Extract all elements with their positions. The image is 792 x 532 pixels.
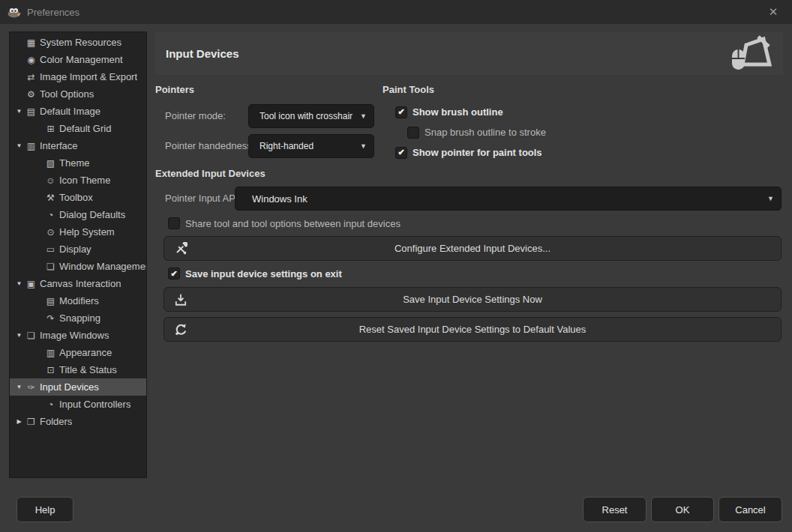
close-icon[interactable]: ✕ xyxy=(762,0,784,24)
sidebar-item-modifiers[interactable]: ▤Modifiers xyxy=(10,292,146,309)
chevron-down-icon: ▼ xyxy=(360,112,367,120)
show-pointer-for-paint-tools-checkbox[interactable]: ✔ xyxy=(395,147,407,159)
sidebar-item-snapping[interactable]: ↷Snapping xyxy=(10,309,146,327)
configure-extended-input-devices-label: Configure Extended Input Devices... xyxy=(394,243,550,254)
reset-button[interactable]: Reset xyxy=(583,497,646,522)
snap-brush-outline-to-stroke-checkbox[interactable] xyxy=(407,127,419,139)
cancel-button[interactable]: Cancel xyxy=(718,497,782,522)
sidebar-item-dialog-defaults[interactable]: ◔Dialog Defaults xyxy=(10,206,146,223)
chevron-down-icon: ▼ xyxy=(360,142,367,150)
toolbox-icon: ⚒ xyxy=(44,193,57,203)
snapping-icon: ↷ xyxy=(44,313,57,324)
sidebar-item-label: Display xyxy=(59,244,92,255)
sidebar-item-default-grid[interactable]: ⊞Default Grid xyxy=(10,120,146,137)
window-title: Preferences xyxy=(27,7,80,18)
sidebar-item-canvas-interaction[interactable]: ▼▣Canvas Interaction xyxy=(10,275,146,292)
save-settings-on-exit-row: ✔ Save input device settings on exit xyxy=(168,267,342,279)
expander-down-icon[interactable]: ▼ xyxy=(14,142,25,149)
pointer-mode-dropdown[interactable]: Tool icon with crosshair ▼ xyxy=(248,104,374,128)
save-settings-on-exit-checkbox[interactable]: ✔ xyxy=(168,267,180,279)
sidebar-item-folders[interactable]: ▶❒Folders xyxy=(10,413,146,430)
sidebar-item-label: Title & Status xyxy=(59,364,117,375)
sidebar-item-label: Image Import & Export xyxy=(40,71,137,82)
sidebar-tree: ▦System Resources◉Color Management⇄Image… xyxy=(9,31,147,478)
expander-right-icon[interactable]: ▶ xyxy=(14,418,25,425)
sidebar-item-image-import-export[interactable]: ⇄Image Import & Export xyxy=(10,68,146,85)
ok-button[interactable]: OK xyxy=(651,497,714,522)
expander-down-icon[interactable]: ▼ xyxy=(14,384,25,390)
chevron-down-icon: ▼ xyxy=(767,195,774,202)
theme-icon: ▧ xyxy=(44,158,57,169)
pointers-section-title: Pointers xyxy=(155,84,194,95)
expander-down-icon[interactable]: ▼ xyxy=(14,280,25,287)
page-header: Input Devices xyxy=(155,31,783,75)
system-resources-icon: ▦ xyxy=(25,37,38,48)
help-button[interactable]: Help xyxy=(16,497,74,522)
checkbox-row-show-brush-outline: ✔Show brush outline xyxy=(395,102,546,122)
checkbox-row-show-pointer-for-paint-tools: ✔Show pointer for paint tools xyxy=(395,142,546,163)
sidebar-item-label: Canvas Interaction xyxy=(40,278,121,289)
reset-saved-input-device-settings-label: Reset Saved Input Device Settings to Def… xyxy=(359,324,586,335)
window-management-icon: ❏ xyxy=(44,262,57,272)
default-image-icon: ▤ xyxy=(25,106,38,117)
pointer-handedness-label: Pointer handedness: xyxy=(165,140,254,151)
checkbox-label: Snap brush outline to stroke xyxy=(424,127,546,138)
save-input-device-settings-now-button[interactable]: Save Input Device Settings Now xyxy=(164,287,782,312)
reset-icon xyxy=(174,323,188,336)
reset-saved-input-device-settings-button[interactable]: Reset Saved Input Device Settings to Def… xyxy=(164,317,782,342)
reset-button-label: Reset xyxy=(602,504,628,516)
help-button-label: Help xyxy=(35,504,56,516)
pointer-mode-label: Pointer mode: xyxy=(165,110,226,121)
sidebar-item-title-status[interactable]: ⊡Title & Status xyxy=(10,361,146,378)
sidebar-item-default-image[interactable]: ▼▤Default Image xyxy=(10,103,146,120)
sidebar-item-help-system[interactable]: ⊙Help System xyxy=(10,223,146,241)
configure-extended-input-devices-button[interactable]: Configure Extended Input Devices... xyxy=(164,236,782,261)
ok-button-label: OK xyxy=(676,504,690,516)
sidebar-item-theme[interactable]: ▧Theme xyxy=(10,154,146,172)
display-icon: ▭ xyxy=(44,244,57,255)
titlebar: Preferences ✕ xyxy=(0,0,792,24)
sidebar-item-system-resources[interactable]: ▦System Resources xyxy=(10,34,146,51)
paint-tools-checkbox-group: ✔Show brush outlineSnap brush outline to… xyxy=(395,102,546,163)
cancel-button-label: Cancel xyxy=(735,504,765,516)
icon-theme-icon: ☺ xyxy=(44,175,57,186)
input-devices-icon: ✑ xyxy=(25,382,38,393)
share-tool-options-label: Share tool and tool options between inpu… xyxy=(185,218,400,229)
sidebar-item-display[interactable]: ▭Display xyxy=(10,241,146,258)
sidebar-item-color-management[interactable]: ◉Color Management xyxy=(10,51,146,68)
paint-tools-section-title: Paint Tools xyxy=(382,84,434,95)
pointer-handedness-dropdown[interactable]: Right-handed ▼ xyxy=(248,134,374,158)
sidebar-item-window-management[interactable]: ❏Window Management xyxy=(10,258,146,275)
modifiers-icon: ▤ xyxy=(44,296,57,306)
sidebar-item-label: Image Windows xyxy=(40,330,109,341)
sidebar-item-icon-theme[interactable]: ☺Icon Theme xyxy=(10,172,146,189)
extended-section-title: Extended Input Devices xyxy=(155,168,266,179)
sidebar-item-input-devices[interactable]: ▼✑Input Devices xyxy=(10,378,146,396)
pointer-input-api-dropdown[interactable]: Windows Ink ▼ xyxy=(235,187,782,211)
folders-icon: ❒ xyxy=(25,417,38,427)
sidebar-item-label: Snapping xyxy=(59,312,100,324)
sidebar-item-interface[interactable]: ▼▥Interface xyxy=(10,137,146,154)
sidebar-item-toolbox[interactable]: ⚒Toolbox xyxy=(10,189,146,206)
sidebar-item-image-windows[interactable]: ▼❏Image Windows xyxy=(10,327,146,344)
help-system-icon: ⊙ xyxy=(44,227,57,238)
canvas-interaction-icon: ▣ xyxy=(25,279,38,289)
sidebar-item-appearance[interactable]: ▥Appearance xyxy=(10,344,146,361)
image-windows-icon: ❏ xyxy=(25,330,38,341)
expander-down-icon[interactable]: ▼ xyxy=(14,332,25,339)
show-brush-outline-checkbox[interactable]: ✔ xyxy=(395,106,407,118)
expander-down-icon[interactable]: ▼ xyxy=(14,108,25,115)
sidebar-item-label: Icon Theme xyxy=(59,175,110,186)
sidebar-item-input-controllers[interactable]: ◔Input Controllers xyxy=(10,396,146,413)
sidebar-item-label: Toolbox xyxy=(59,192,93,203)
sidebar-item-tool-options[interactable]: ⚙Tool Options xyxy=(10,85,146,103)
sidebar-item-label: Default Grid xyxy=(59,123,111,134)
save-input-device-settings-now-label: Save Input Device Settings Now xyxy=(403,294,542,305)
share-tool-options-checkbox[interactable] xyxy=(168,217,180,229)
input-devices-icon xyxy=(730,35,772,71)
save-icon xyxy=(174,293,188,306)
sidebar-item-label: Default Image xyxy=(40,106,100,117)
share-tool-options-row: Share tool and tool options between inpu… xyxy=(168,217,400,229)
sidebar-item-label: Interface xyxy=(40,140,78,151)
sidebar-item-label: Tool Options xyxy=(40,88,94,100)
